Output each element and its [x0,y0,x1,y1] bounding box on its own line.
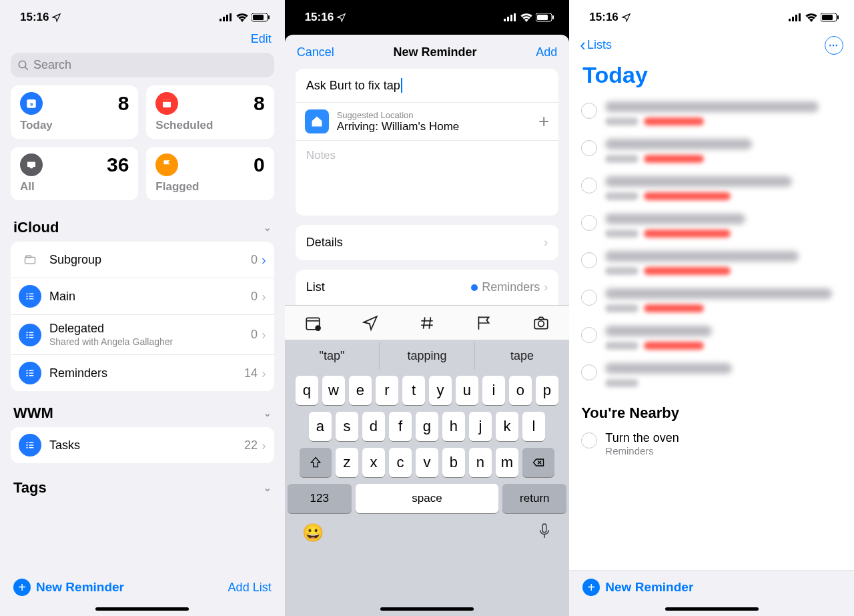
home-indicator[interactable] [665,607,759,611]
key-y[interactable]: y [429,376,452,405]
suggestion-3[interactable]: tape [475,342,570,370]
reminder-item-blurred[interactable] [569,244,854,282]
checkbox[interactable] [581,252,597,268]
add-list-button[interactable]: Add List [228,581,272,595]
more-button[interactable]: ⋯ [825,36,843,55]
key-e[interactable]: e [349,376,372,405]
key-o[interactable]: o [509,376,532,405]
list-delegated[interactable]: Delegated Shared with Angela Gallagher 0… [11,315,274,355]
status-icons [504,13,554,22]
camera-icon[interactable] [532,314,550,332]
list-selector[interactable]: List Reminders › [296,270,559,305]
section-tags[interactable]: Tags ⌄ [0,467,285,502]
list-subgroup[interactable]: Subgroup 0 › [11,242,274,278]
return-key[interactable]: return [502,484,566,513]
checkbox[interactable] [581,103,597,119]
key-l[interactable]: l [522,412,545,441]
section-wwm[interactable]: WWM ⌄ [0,395,285,427]
calendar-icon[interactable]: + [304,314,322,332]
checkbox[interactable] [581,432,597,448]
checkbox[interactable] [581,327,597,343]
home-indicator[interactable] [95,607,189,611]
keyboard-suggestions: "tap" tapping tape [285,340,570,372]
plus-circle-icon: + [13,579,31,596]
reminder-item-blurred[interactable] [569,207,854,244]
list-main[interactable]: Main 0 › [11,278,274,315]
notes-input[interactable]: Notes [296,141,559,216]
edit-button[interactable]: Edit [251,32,272,46]
checkbox[interactable] [581,215,597,231]
key-q[interactable]: q [296,376,318,405]
suggestion-2[interactable]: tapping [380,342,475,370]
key-j[interactable]: j [469,412,492,441]
key-u[interactable]: u [456,376,478,405]
card-all[interactable]: 36 All [11,147,138,200]
backspace-key[interactable] [522,448,554,477]
key-a[interactable]: a [309,412,332,441]
cancel-button[interactable]: Cancel [297,45,334,59]
checkbox[interactable] [581,364,597,380]
back-button[interactable]: ‹ Lists [580,35,612,55]
battery-icon [821,13,839,22]
add-button[interactable]: Add [536,45,557,59]
title-input[interactable]: Ask Burt to fix tap [296,69,559,103]
plus-icon[interactable]: + [538,111,549,132]
key-p[interactable]: p [536,376,558,405]
inbox-icon [20,153,43,176]
space-key[interactable]: space [356,484,499,513]
card-scheduled[interactable]: 8 Scheduled [146,85,274,139]
calendar-icon [155,92,178,115]
checkbox[interactable] [581,178,597,194]
svg-rect-22 [29,332,34,333]
numbers-key[interactable]: 123 [288,484,352,513]
key-v[interactable]: v [416,448,438,477]
key-r[interactable]: r [376,376,398,405]
details-row[interactable]: Details › [296,225,559,260]
list-tasks[interactable]: Tasks 22 › [11,427,274,463]
suggested-location[interactable]: Suggested Location Arriving: William's H… [296,103,559,141]
key-c[interactable]: c [389,448,412,477]
key-s[interactable]: s [336,412,358,441]
svg-point-56 [538,320,544,326]
svg-rect-6 [268,15,270,19]
reminder-item-blurred[interactable] [569,319,854,356]
key-k[interactable]: k [496,412,518,441]
reminder-item[interactable]: Turn the oven Reminders [569,427,854,463]
flag-icon[interactable] [475,314,492,332]
list-reminders[interactable]: Reminders 14 › [11,355,274,391]
key-m[interactable]: m [496,448,518,477]
card-flagged[interactable]: 0 Flagged [146,147,274,200]
key-t[interactable]: t [402,376,425,405]
suggestion-1[interactable]: "tap" [285,342,380,370]
dictation-key[interactable] [537,523,552,545]
tag-icon[interactable] [418,314,436,332]
home-indicator[interactable] [380,607,474,611]
battery-icon [536,13,554,22]
svg-point-33 [26,442,27,443]
key-x[interactable]: x [362,448,385,477]
checkbox[interactable] [581,140,597,156]
card-today[interactable]: 9 8 Today [11,85,138,139]
checkbox[interactable] [581,290,597,306]
key-z[interactable]: z [336,448,358,477]
new-reminder-button[interactable]: + New Reminder [13,579,124,596]
reminder-item-blurred[interactable] [569,356,854,394]
reminder-item-blurred[interactable] [569,170,854,207]
key-b[interactable]: b [442,448,465,477]
reminder-item-blurred[interactable] [569,95,854,132]
key-w[interactable]: w [322,376,345,405]
location-icon[interactable] [362,314,379,332]
reminder-item-blurred[interactable] [569,132,854,170]
key-n[interactable]: n [469,448,492,477]
search-input[interactable]: Search [11,53,274,77]
section-icloud[interactable]: iCloud ⌄ [0,210,285,242]
emoji-key[interactable]: 😀 [302,523,324,545]
key-h[interactable]: h [442,412,465,441]
new-reminder-button[interactable]: + New Reminder [582,579,841,596]
key-g[interactable]: g [416,412,438,441]
key-i[interactable]: i [482,376,505,405]
shift-key[interactable] [300,448,332,477]
key-f[interactable]: f [389,412,412,441]
reminder-item-blurred[interactable] [569,282,854,319]
key-d[interactable]: d [362,412,385,441]
